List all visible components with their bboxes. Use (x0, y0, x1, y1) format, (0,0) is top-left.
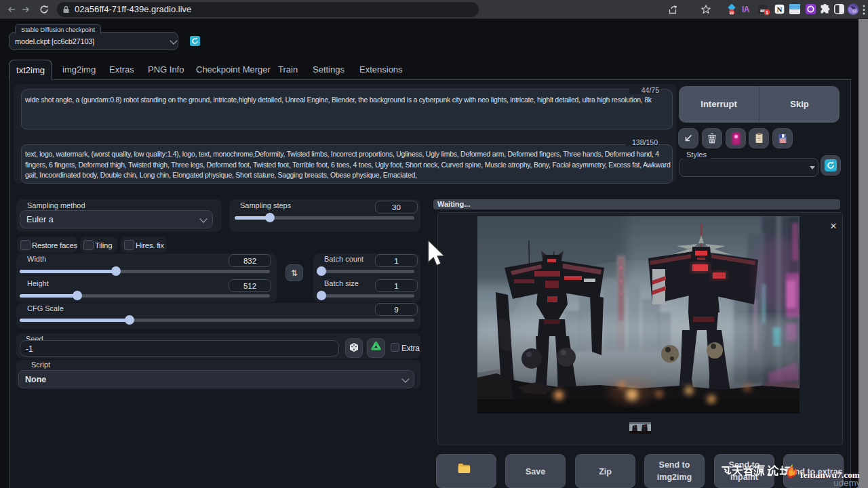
svg-text:udemy: udemy (833, 478, 861, 488)
svg-text:1: 1 (766, 10, 768, 15)
svg-text:20: 20 (730, 11, 734, 15)
svg-text:N: N (777, 5, 783, 14)
